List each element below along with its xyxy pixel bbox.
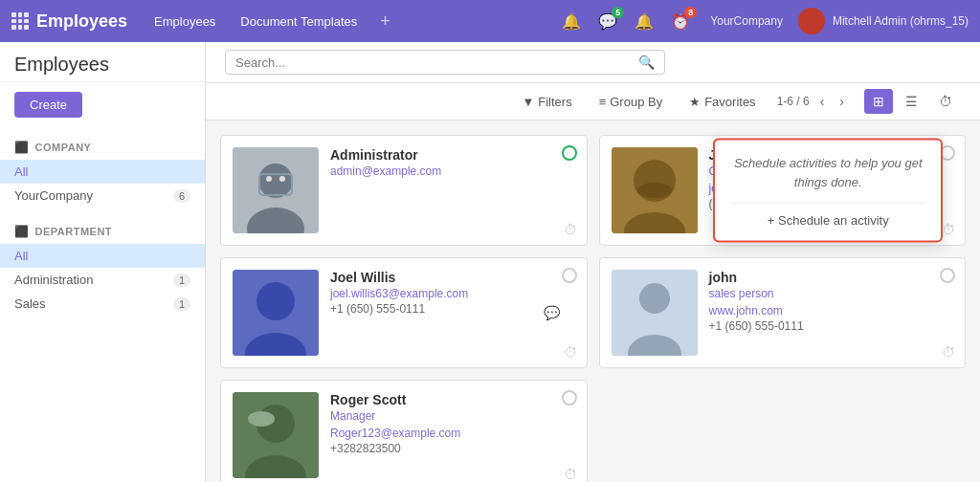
employee-title: Manager <box>330 409 575 423</box>
filters-button[interactable]: ▼ Filters <box>516 92 577 112</box>
company-section-title: ⬛ COMPANY <box>0 137 205 160</box>
toolbar: ▼ Filters ≡ Group By ★ Favorites 1-6 / 6… <box>206 83 980 120</box>
employee-card[interactable]: Joel Willis joel.willis63@example.com +1… <box>220 257 588 368</box>
user-name: Mitchell Admin (ohrms_15) <box>833 14 969 28</box>
nav-employees[interactable]: Employees <box>146 11 223 33</box>
svg-point-16 <box>639 283 670 314</box>
sidebar-item-label: Administration <box>14 273 93 287</box>
employee-phone: +3282823500 <box>330 442 575 455</box>
activity-icon: ⏱ <box>564 344 577 360</box>
employee-name: john <box>709 270 954 285</box>
status-badge <box>562 268 577 283</box>
chat-icon[interactable]: 💬5 <box>593 11 622 33</box>
sidebar-item-label: YourCompany <box>14 188 93 203</box>
svg-point-0 <box>806 11 817 23</box>
sidebar: Employees Create ⬛ COMPANY All YourCompa… <box>0 42 206 482</box>
status-badge <box>562 390 577 405</box>
count-badge: 6 <box>173 189 190 203</box>
sidebar-item-administration[interactable]: Administration 1 <box>0 268 205 292</box>
svg-point-6 <box>279 176 285 182</box>
employee-card[interactable]: Joe Chief Medical Officer joe@example.co… <box>599 135 967 246</box>
add-menu-button[interactable]: + <box>374 10 396 33</box>
filter-icon: ▼ <box>522 95 534 109</box>
employee-name: Roger Scott <box>330 392 575 407</box>
activity-icon: ⏱ <box>564 467 577 482</box>
next-page-button[interactable]: › <box>835 92 849 111</box>
grid-icon <box>11 12 29 30</box>
nav-icons: 🔔 💬5 🔔 ⏰8 YourCompany Mitchell Admin (oh… <box>557 8 969 34</box>
sidebar-item-sales[interactable]: Sales 1 <box>0 292 205 316</box>
app-name: Employees <box>36 11 127 32</box>
activity-icon: ⏱ <box>942 344 955 360</box>
activity-icon: ⏱ <box>564 222 577 237</box>
employee-name: Administrator <box>330 147 575 163</box>
clock-icon: ⏱ <box>942 344 955 360</box>
status-badge <box>940 268 955 283</box>
employee-card[interactable]: Administrator admin@example.com ⏱ <box>220 135 588 246</box>
top-navigation: Employees Employees Document Templates +… <box>0 0 980 42</box>
svg-point-21 <box>248 411 275 427</box>
pagination-text: 1-6 / 6 <box>777 95 810 108</box>
sidebar-item-label: Sales <box>14 296 46 311</box>
employee-title: sales person <box>709 287 954 300</box>
schedule-activity-button[interactable]: + Schedule an activity <box>730 213 925 228</box>
department-section: ⬛ DEPARTMENT All Administration 1 Sales … <box>0 211 205 319</box>
sidebar-item-dept-all[interactable]: All <box>0 244 205 268</box>
count-badge: 1 <box>173 297 190 311</box>
status-badge <box>562 145 577 161</box>
divider <box>730 203 925 204</box>
groupby-button[interactable]: ≡ Group By <box>593 92 669 112</box>
list-view-button[interactable]: ☰ <box>897 89 926 114</box>
department-section-icon: ⬛ <box>14 225 30 238</box>
employee-photo <box>612 147 698 233</box>
activity-view-button[interactable]: ⏱ <box>930 89 961 114</box>
star-icon: ★ <box>689 95 701 109</box>
activity-popup: Schedule activities to help you get thin… <box>713 139 943 243</box>
groupby-icon: ≡ <box>599 95 607 109</box>
employee-email: joel.willis63@example.com <box>330 287 575 300</box>
employee-info: Administrator admin@example.com <box>330 147 575 178</box>
activity-icon: ⏱ <box>942 222 955 237</box>
employee-info: Roger Scott Manager Roger123@example.com… <box>330 392 575 455</box>
sidebar-item-label: All <box>14 164 28 179</box>
content-area: 🔍 ▼ Filters ≡ Group By ★ Favorites 1-6 /… <box>206 42 980 482</box>
search-input[interactable] <box>235 55 638 70</box>
employee-phone: +1 (650) 555-0111 <box>709 319 954 333</box>
alert-icon[interactable]: 🔔 <box>630 11 658 33</box>
sidebar-item-yourcompany[interactable]: YourCompany 6 <box>0 184 205 208</box>
employee-photo <box>612 270 698 356</box>
employee-photo <box>233 392 319 478</box>
sidebar-item-company-all[interactable]: All <box>0 160 205 184</box>
clock-icon: ⏱ <box>564 222 577 237</box>
svg-point-3 <box>258 164 293 198</box>
clock-badge-icon[interactable]: ⏰8 <box>666 11 695 33</box>
employee-phone: +1 (650) 555-0111 <box>330 302 575 316</box>
employee-card[interactable]: john sales person www.john.com +1 (650) … <box>599 257 967 368</box>
sidebar-item-label: All <box>14 249 28 263</box>
employee-photo <box>233 147 319 233</box>
create-button[interactable]: Create <box>14 92 82 118</box>
svg-point-13 <box>256 282 295 320</box>
employee-email: www.john.com <box>709 304 954 318</box>
svg-point-5 <box>266 176 272 182</box>
company-section-icon: ⬛ <box>14 141 30 154</box>
department-section-title: ⬛ DEPARTMENT <box>0 221 205 244</box>
clock-icon: ⏱ <box>564 467 577 482</box>
employee-card[interactable]: Roger Scott Manager Roger123@example.com… <box>220 380 588 482</box>
clock-badge: 8 <box>684 7 697 18</box>
company-label: YourCompany <box>702 12 791 30</box>
search-icon: 🔍 <box>638 55 655 70</box>
bell-icon[interactable]: 🔔 <box>557 11 586 33</box>
nav-document-templates[interactable]: Document Templates <box>233 11 365 33</box>
activity-popup-text: Schedule activities to help you get thin… <box>730 154 925 191</box>
clock-icon: ⏱ <box>564 344 577 360</box>
avatar[interactable] <box>798 8 825 34</box>
company-section: ⬛ COMPANY All YourCompany 6 <box>0 127 205 211</box>
app-logo[interactable]: Employees <box>11 11 127 32</box>
content-header: 🔍 <box>206 42 980 83</box>
favorites-button[interactable]: ★ Favorites <box>683 92 761 112</box>
employee-info: Joel Willis joel.willis63@example.com +1… <box>330 270 575 316</box>
view-toggle: ⊞ ☰ ⏱ <box>864 89 961 114</box>
prev-page-button[interactable]: ‹ <box>815 92 830 111</box>
grid-view-button[interactable]: ⊞ <box>864 89 893 114</box>
